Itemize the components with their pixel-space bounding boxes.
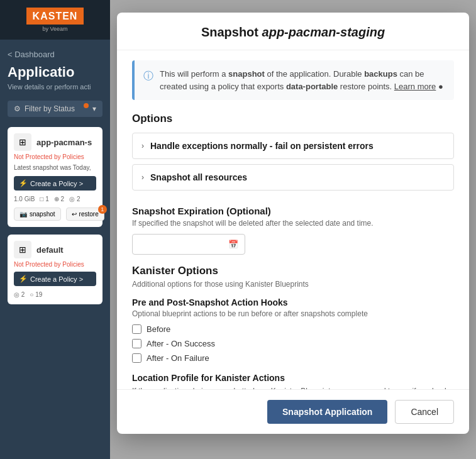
chevron-down-icon: ▾ [92,104,96,113]
restore-action-button[interactable]: ↩ restore 1 [66,207,104,221]
kanister-desc: Additional options for those using Kanis… [132,280,454,289]
stat-volumes: ◎ 2 [69,196,80,202]
cancel-button[interactable]: Cancel [395,400,454,424]
app-stats-2: ◎ 2 ○ 19 [14,291,96,298]
main-area: Snapshot app-pacman-staging ⓘ This will … [110,0,476,459]
stat-namespaces: □ 1 [40,196,48,202]
info-icon: ⓘ [143,69,153,92]
restore-icon: ↩ [72,211,77,218]
checkbox-before-row: Before [132,324,454,334]
page-desc: View details or perform acti [8,83,102,91]
filter-dot [84,103,89,108]
app-stats: 1.0 GiB □ 1 ⊕ 2 ◎ 2 [14,196,96,202]
modal-footer: Snapshot Application Cancel [117,389,469,434]
expiration-desc: If specified the snapshot will be delete… [132,219,454,228]
date-input[interactable]: 📅 [132,234,245,255]
create-policy-button[interactable]: ⚡ Create a Policy > [14,176,96,191]
page-title: Applicatio [8,64,102,80]
create-policy-label: Create a Policy > [30,180,83,187]
camera-icon: 📷 [19,211,27,218]
kanister-title: Kanister Options [132,265,454,277]
filter-icon: ⚙ [14,104,21,113]
create-policy-button-2[interactable]: ⚡ Create a Policy > [14,272,96,286]
stat-volumes-2: ○ 19 [30,291,42,298]
not-protected-label-2: Not Protected by Policies [14,261,96,268]
snapshot-action-button[interactable]: 📷 snapshot [14,207,61,221]
back-link[interactable]: < Dashboard [8,50,102,59]
stat-size: 1.0 GiB [14,196,35,202]
modal-overlay: Snapshot app-pacman-staging ⓘ This will … [110,0,476,459]
app-name: app-pacman-s [36,138,92,147]
before-checkbox[interactable] [132,324,141,334]
hooks-desc: Optional blueprint actions to be run bef… [132,309,454,318]
info-box: ⓘ This will perform a snapshot of the ap… [132,60,454,100]
checkbox-after-failure-row: After - On Failure [132,353,454,363]
option1-row[interactable]: › Handle exceptions normally - fail on p… [132,133,454,159]
after-success-label[interactable]: After - On Success [147,339,215,348]
sidebar: KASTEN by Veeam < Dashboard Applicatio V… [0,0,110,459]
snapshot-info: Latest snapshot was Today, [14,164,96,171]
option1-label: Handle exceptions normally - fail on per… [150,141,374,151]
calendar-icon: 📅 [228,240,238,249]
restore-label: restore [79,211,99,218]
checkbox-after-success-row: After - On Success [132,339,454,348]
modal-body: ⓘ This will perform a snapshot of the ap… [117,50,469,389]
filter-label: Filter by Status [25,104,75,113]
learn-more-link[interactable]: Learn more [394,82,436,91]
app-card-default: ⊞ default Not Protected by Policies ⚡ Cr… [8,235,102,304]
after-success-checkbox[interactable] [132,339,141,348]
option2-row[interactable]: › Snapshot all resources [132,164,454,191]
after-failure-label[interactable]: After - On Failure [147,353,209,363]
app-icon-2: ⊞ [14,241,31,258]
modal-header: Snapshot app-pacman-staging [117,13,469,50]
options-title: Options [132,113,454,125]
app-actions: 📷 snapshot ↩ restore 1 [14,207,96,221]
kasten-logo: KASTEN [26,8,84,25]
lightning-icon: ⚡ [19,179,28,187]
snapshot-submit-button[interactable]: Snapshot Application [267,400,387,424]
chevron-right-icon-2: › [141,173,144,182]
restore-badge: 1 [98,205,107,214]
before-label[interactable]: Before [147,324,170,334]
snapshot-modal: Snapshot app-pacman-staging ⓘ This will … [117,13,469,434]
stat-workloads: ⊕ 2 [54,196,64,202]
modal-title: Snapshot app-pacman-staging [132,25,454,40]
app-card-pacman: ⊞ app-pacman-s Not Protected by Policies… [8,127,102,227]
sidebar-content: < Dashboard Applicatio View details or p… [0,40,110,459]
location-title: Location Profile for Kanister Actions [132,373,454,383]
filter-button[interactable]: ⚙ Filter by Status ▾ [8,101,102,117]
sidebar-logo: KASTEN by Veeam [0,0,110,40]
app-card-header-2: ⊞ default [14,241,96,258]
app-name-2: default [36,245,64,255]
option2-label: Snapshot all resources [150,172,247,182]
create-policy-label-2: Create a Policy > [30,275,83,283]
hooks-title: Pre and Post-Snapshot Action Hooks [132,297,454,307]
not-protected-label: Not Protected by Policies [14,153,96,160]
stat-workloads-2: ◎ 2 [14,291,25,298]
logo-subtitle: by Veeam [42,26,67,32]
after-failure-checkbox[interactable] [132,353,141,363]
expiration-title: Snapshot Expiration (Optional) [132,206,454,216]
lightning-icon-2: ⚡ [19,275,28,283]
info-text: This will perform a snapshot of the appl… [160,68,445,92]
chevron-right-icon: › [141,141,144,150]
app-card-header: ⊞ app-pacman-s [14,133,96,151]
app-icon: ⊞ [14,133,31,151]
snapshot-label: snapshot [30,211,55,218]
